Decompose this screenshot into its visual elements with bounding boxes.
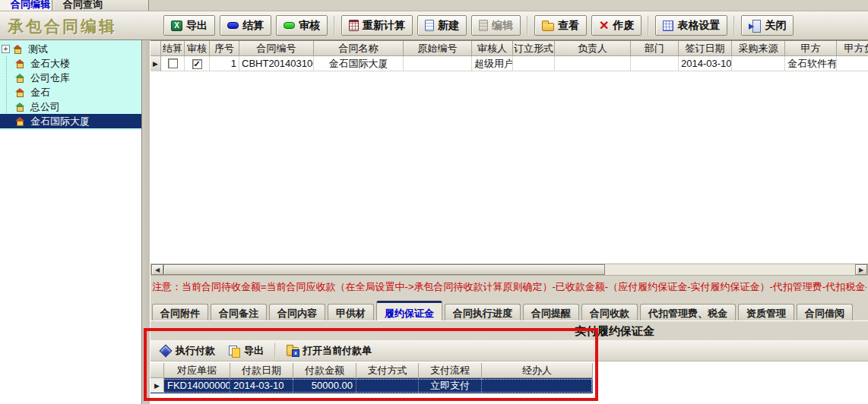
new-document-icon <box>425 20 434 31</box>
exit-door-icon <box>749 20 761 31</box>
scroll-right-arrow[interactable]: ▶ <box>855 264 867 275</box>
top-tab-strip: 合同编辑 合同查询 <box>0 0 868 11</box>
col-form[interactable]: 订立形式 <box>513 41 555 56</box>
export-button[interactable]: X 导出 <box>163 15 215 36</box>
tab-contract-remarks[interactable]: 合同备注 <box>211 304 267 320</box>
sidebar-splitter[interactable] <box>141 40 150 404</box>
tree-item-test[interactable]: + 测试 <box>0 42 141 56</box>
row-selector: ▶ <box>150 378 164 393</box>
deposit-export-button[interactable]: 导出 <box>226 342 267 359</box>
audit-button-label: 审核 <box>299 19 320 33</box>
audit-checkbox[interactable]: ✓ <box>192 59 202 69</box>
col-sign-date[interactable]: 签订日期 <box>679 41 732 56</box>
tab-withholding-fees-tax[interactable]: 代扣管理费、税金 <box>640 304 736 320</box>
toolbar-separator <box>334 16 335 36</box>
payments-grid-zone: 对应单据 付款日期 付款金额 支付方式 支付流程 经办人 ▶ FKD140000… <box>150 361 868 404</box>
auditor-cell: 超级用户 <box>472 56 513 71</box>
col-owner[interactable]: 负责人 <box>555 41 631 56</box>
open-payment-doc-button[interactable]: 打开当前付款单 <box>284 342 375 359</box>
pay-flow-cell: 立即支付 <box>419 378 482 393</box>
edit-button-label: 编辑 <box>492 19 513 33</box>
tab-qualification-management[interactable]: 资质管理 <box>738 304 794 320</box>
toolbar-separator <box>733 16 735 36</box>
audit-pill-icon <box>284 22 295 29</box>
main-toolbar: X 导出 结算 审核 重新计算 新建 编辑 <box>163 15 794 36</box>
tab-contract-query[interactable]: 合同查询 <box>52 0 149 11</box>
tab-execution-progress[interactable]: 合同执行进度 <box>445 304 521 320</box>
col-contract-no[interactable]: 合同编号 <box>239 41 314 56</box>
audit-button[interactable]: 审核 <box>276 15 328 36</box>
tab-contract-borrowing[interactable]: 合同借阅 <box>797 304 853 320</box>
horizontal-scrollbar[interactable]: ◀ ▶ <box>150 264 868 276</box>
tab-contract-receipts[interactable]: 合同收款 <box>581 304 638 320</box>
close-button[interactable]: 关闭 <box>741 15 794 36</box>
execute-payment-button[interactable]: 执行付款 <box>157 342 218 359</box>
col-handler[interactable]: 经办人 <box>482 363 593 378</box>
col-pay-flow[interactable]: 支付流程 <box>419 363 482 378</box>
contracts-grid: 结算 审核 序号 合同编号 合同名称 原始编号 审核人 订立形式 负责人 部门 … <box>150 40 868 264</box>
col-seq[interactable]: 序号 <box>210 41 239 56</box>
col-settle[interactable]: 结算 <box>161 41 185 56</box>
detail-tab-strip: 合同附件 合同备注 合同内容 甲供材 履约保证金 合同执行进度 合同提醒 合同收… <box>152 301 868 320</box>
col-amount[interactable]: 付款金额 <box>293 363 356 378</box>
table-settings-button[interactable]: 表格设置 <box>655 15 727 36</box>
house-icon <box>15 59 25 68</box>
tree-item-jinshi-international[interactable]: 金石国际大厦 <box>0 114 141 128</box>
recalculate-button[interactable]: 重新计算 <box>341 15 413 36</box>
deposit-panel-title: 实付履约保证金 <box>575 324 654 339</box>
col-party-a-owner[interactable]: 甲方负 <box>837 41 868 56</box>
col-source[interactable]: 采购来源 <box>732 41 785 56</box>
new-button[interactable]: 新建 <box>417 15 467 36</box>
col-auditor[interactable]: 审核人 <box>472 41 513 56</box>
scrollbar-thumb[interactable] <box>163 264 605 275</box>
export-button-label: 导出 <box>186 19 207 33</box>
red-x-icon: ✕ <box>599 20 609 32</box>
payments-grid: 对应单据 付款日期 付款金额 支付方式 支付流程 经办人 ▶ FKD140000… <box>150 363 593 393</box>
tab-contract-content[interactable]: 合同内容 <box>269 304 325 320</box>
col-doc-no[interactable]: 对应单据 <box>164 363 230 378</box>
selector-header-cell <box>150 363 164 378</box>
col-original-no[interactable]: 原始编号 <box>404 41 472 56</box>
excel-icon: X <box>171 21 182 31</box>
tree-item-company-warehouse[interactable]: 公司仓库 <box>0 71 141 85</box>
party-a-owner-cell <box>837 56 868 71</box>
payment-table-row[interactable]: ▶ FKD140000002 2014-03-10 50000.00 立即支付 <box>150 378 593 393</box>
header-band: 承包合同编辑 X 导出 结算 审核 重新计算 新建 <box>0 11 868 40</box>
deposit-panel-titlebar: 实付履约保证金 <box>150 320 868 340</box>
contract-table-row[interactable]: ▶ ✓ 1 CBHT2014031001 金石国际大厦 超级用户 2014-03… <box>150 56 868 71</box>
deposit-toolbar: 执行付款 导出 打开当前付款单 <box>150 340 868 361</box>
tree-item-head-office[interactable]: 总公司 <box>0 99 141 114</box>
tree-item-jinshi[interactable]: 金石 <box>0 85 141 99</box>
col-contract-name[interactable]: 合同名称 <box>314 41 404 56</box>
tree-item-jinshi-building[interactable]: 金石大楼 <box>0 56 141 71</box>
amount-cell: 50000.00 <box>293 378 356 393</box>
settle-button[interactable]: 结算 <box>220 15 271 36</box>
pay-method-cell <box>356 378 419 393</box>
col-dept[interactable]: 部门 <box>631 41 679 56</box>
col-pay-date[interactable]: 付款日期 <box>230 363 293 378</box>
tab-party-a-materials[interactable]: 甲供材 <box>328 304 374 320</box>
page-title: 承包合同编辑 <box>8 16 117 37</box>
scroll-left-arrow[interactable]: ◀ <box>151 264 163 275</box>
view-button-label: 查看 <box>558 19 579 33</box>
col-audit[interactable]: 审核 <box>185 41 210 56</box>
original-no-cell <box>404 56 472 71</box>
table-grid-icon <box>663 21 673 31</box>
tab-contract-reminder[interactable]: 合同提醒 <box>523 304 579 320</box>
void-button[interactable]: ✕ 作废 <box>591 15 641 36</box>
tab-contract-attachments[interactable]: 合同附件 <box>152 304 208 320</box>
row-selector: ▶ <box>150 56 161 71</box>
expand-plus-icon[interactable]: + <box>2 45 10 53</box>
toolbar-separator <box>274 343 276 358</box>
calculator-icon <box>349 20 359 31</box>
toolbar-separator <box>527 16 528 36</box>
handler-cell <box>482 378 593 393</box>
settle-checkbox[interactable] <box>168 58 178 68</box>
col-pay-method[interactable]: 支付方式 <box>356 363 419 378</box>
col-party-a[interactable]: 甲方 <box>785 41 837 56</box>
tab-performance-deposit[interactable]: 履约保证金 <box>376 301 442 320</box>
view-button[interactable]: 查看 <box>534 15 587 36</box>
doc-no-cell: FKD140000002 <box>164 378 230 393</box>
table-settings-button-label: 表格设置 <box>677 19 720 33</box>
tree-item-label: 金石大楼 <box>28 57 72 70</box>
